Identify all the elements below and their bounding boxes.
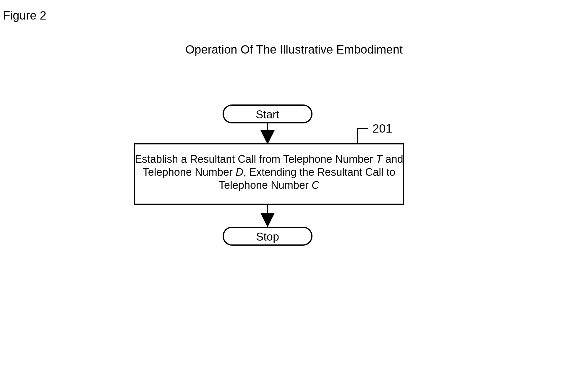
step-line-1: Establish a Resultant Call from Telephon… xyxy=(135,153,403,165)
stop-node: Stop xyxy=(223,227,312,245)
flowchart-svg: Start 201 Establish a Resultant Call fro… xyxy=(0,0,588,372)
start-label: Start xyxy=(256,108,280,121)
step-201-node: Establish a Resultant Call from Telephon… xyxy=(135,144,404,204)
start-node: Start xyxy=(223,105,312,123)
reference-number: 201 xyxy=(372,122,392,135)
page: Figure 2 Operation Of The Illustrative E… xyxy=(0,0,588,372)
reference-201: 201 xyxy=(358,122,392,144)
stop-label: Stop xyxy=(256,231,279,243)
step-line-3: Telephone Number C xyxy=(219,179,320,191)
step-line-2: Telephone Number D, Extending the Result… xyxy=(143,166,396,178)
